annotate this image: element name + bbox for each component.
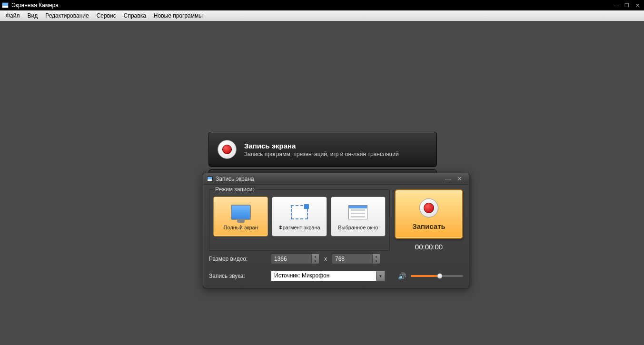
chevron-down-icon[interactable]: ▼	[376, 271, 385, 281]
width-spinner[interactable]: ▲▼	[271, 254, 319, 264]
app-icon	[2, 2, 9, 8]
mode-window-label: Выбранное окно	[338, 225, 378, 230]
record-dialog: Запись экрана — ✕ Режим записи: Полный э…	[203, 173, 469, 288]
height-spinner[interactable]: ▲▼	[332, 254, 380, 264]
dialog-title: Запись экрана	[216, 176, 254, 182]
menu-help[interactable]: Справка	[120, 11, 150, 20]
main-area: Запись экрана Запись программ, презентац…	[0, 21, 644, 345]
record-dot-icon	[419, 198, 438, 217]
timer-display: 00:00:00	[415, 243, 443, 251]
menubar: Файл Вид Редактирование Сервис Справка Н…	[0, 10, 644, 21]
banner-title: Запись экрана	[244, 142, 399, 150]
app-titlebar: Экранная Камера — ❐ ✕	[0, 0, 644, 10]
menu-service[interactable]: Сервис	[93, 11, 120, 20]
size-separator: x	[324, 256, 327, 262]
mode-group: Режим записи: Полный экран Фрагмент экра…	[209, 189, 390, 251]
audio-label: Запись звука:	[209, 273, 266, 279]
speaker-icon[interactable]: 🔊	[398, 272, 406, 280]
mode-legend: Режим записи:	[213, 186, 256, 193]
width-input[interactable]	[271, 256, 311, 262]
audio-source-dropdown[interactable]: Источник: Микрофон ▼	[271, 271, 385, 281]
dialog-titlebar[interactable]: Запись экрана — ✕	[203, 173, 469, 185]
mode-fragment[interactable]: Фрагмент экрана	[272, 197, 327, 237]
close-button[interactable]: ✕	[633, 1, 642, 9]
mode-full-screen[interactable]: Полный экран	[213, 197, 268, 237]
menu-view[interactable]: Вид	[24, 11, 42, 20]
audio-source-value: Источник: Микрофон	[271, 271, 376, 281]
mode-fragment-label: Фрагмент экрана	[278, 225, 320, 230]
video-size-label: Размер видео:	[209, 256, 266, 262]
dialog-minimize-button[interactable]: —	[442, 175, 454, 182]
record-banner[interactable]: Запись экрана Запись программ, презентац…	[208, 132, 437, 167]
record-button-label: Записать	[412, 222, 445, 230]
menu-file[interactable]: Файл	[2, 11, 24, 20]
dialog-close-button[interactable]: ✕	[454, 175, 465, 182]
volume-thumb[interactable]	[437, 273, 443, 279]
record-button[interactable]: Записать	[395, 189, 463, 239]
app-title: Экранная Камера	[11, 2, 59, 9]
window-icon	[347, 203, 368, 222]
record-icon	[218, 140, 237, 159]
volume-slider[interactable]	[411, 275, 463, 277]
mode-full-label: Полный экран	[224, 225, 258, 230]
height-stepper[interactable]: ▲▼	[372, 254, 380, 264]
fragment-icon	[289, 203, 310, 222]
width-stepper[interactable]: ▲▼	[311, 254, 319, 264]
mode-window[interactable]: Выбранное окно	[331, 197, 386, 237]
maximize-button[interactable]: ❐	[622, 1, 632, 9]
dialog-icon	[207, 177, 213, 181]
menu-new-programs[interactable]: Новые программы	[150, 11, 207, 20]
banner-subtitle: Запись программ, презентаций, игр и он-л…	[244, 151, 399, 158]
menu-edit[interactable]: Редактирование	[41, 11, 92, 20]
minimize-button[interactable]: —	[612, 1, 621, 9]
height-input[interactable]	[332, 256, 372, 262]
monitor-icon	[230, 203, 251, 222]
